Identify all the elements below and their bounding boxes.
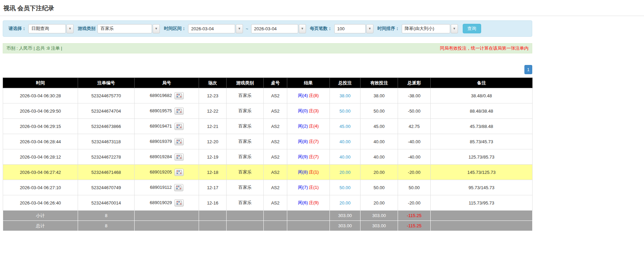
game-type-combobox[interactable]: 百家乐 ▼ [97,24,160,33]
column-header: 桌号 [264,78,287,88]
cell-table-number: AS2 [264,165,287,180]
cell-result: 闲(6)庄(9) [287,195,330,211]
sort-value[interactable]: 降幂(由大到小) [402,24,450,33]
roadmap-button[interactable] [174,92,184,99]
chevron-down-icon[interactable]: ▼ [299,24,306,33]
roadmap-icon [177,170,182,174]
chevron-down-icon[interactable]: ▼ [66,24,74,33]
cell-valid-bet: 40.00 [361,134,398,149]
cell-valid-bet: 20.00 [361,165,398,180]
table-body: 2026-03-04 06:30:28 523244675770 6890196… [3,88,533,211]
cell-round-number: 689019471 [135,119,199,134]
total-bet-link[interactable]: 20.00 [339,200,351,206]
cell-time: 2026-03-04 06:29:15 [3,119,78,134]
cell-total-bet: 20.00 [330,165,361,180]
page-button-1[interactable]: 1 [524,65,532,74]
cell-payout: -38.00 [398,88,431,103]
cell-valid-bet: 50.00 [361,103,398,119]
cell-time: 2026-03-04 06:30:28 [3,88,78,103]
cell-session: 12-22 [199,103,227,119]
total-bet-link[interactable]: 40.00 [339,154,351,160]
date-from-combobox[interactable]: 2026-03-04 ▼ [188,24,243,33]
round-number: 689019379 [150,138,172,144]
cell-game-type: 百家乐 [227,165,264,180]
content: 请选择： 日期查询 ▼ 游戏类别 百家乐 ▼ 时间区间： 2026-03-04 … [0,20,535,231]
cell-note: 45.73/88.48 [431,119,533,134]
cell-bet-number: 523244670749 [78,180,135,195]
summary-bar: 币别 : 人民币 | 总共 :8 注单 | 同局有效投注，统一计算在该局第一张注… [3,43,532,53]
query-type-combobox[interactable]: 日期查询 ▼ [28,24,74,33]
total-bet-link[interactable]: 20.00 [339,170,351,175]
total-bet-link[interactable]: 38.00 [339,93,351,98]
search-button[interactable]: 查询 [463,24,481,33]
date-to-value[interactable]: 2026-03-04 [251,24,298,33]
cell-bet-number: 523244675770 [78,88,135,103]
result-player: 闲(0) [298,108,308,113]
game-type-label: 游戏类别 [78,26,95,32]
column-header: 游戏类别 [227,78,264,88]
chevron-down-icon[interactable]: ▼ [451,24,458,33]
table-row: 2026-03-04 06:29:15 523244673866 6890194… [3,119,533,134]
cell-game-type: 百家乐 [227,88,264,103]
cell-table-number: AS2 [264,119,287,134]
cell-total-bet: 40.00 [330,149,361,165]
chevron-down-icon[interactable]: ▼ [153,24,160,33]
cell-payout: 50.00 [398,180,431,195]
total-label: 总计 [3,221,78,231]
cell-session: 12-20 [199,134,227,149]
roadmap-button[interactable] [174,169,184,176]
table-row: 2026-03-04 06:27:10 523244670749 6890191… [3,180,533,195]
total-bet-link[interactable]: 45.00 [339,124,351,129]
total-bet-link[interactable]: 40.00 [339,139,351,144]
chevron-down-icon[interactable]: ▼ [366,24,373,33]
chevron-down-icon[interactable]: ▼ [236,24,243,33]
page-size-label: 每页笔数： [310,26,332,32]
cell-round-number: 689019682 [135,88,199,103]
cell-round-number: 689019029 [135,195,199,211]
tilde-separator: ~ [245,26,249,31]
roadmap-button[interactable] [174,184,183,191]
column-header: 局号 [135,78,199,88]
cell-payout: -20.00 [398,195,431,211]
table-row: 2026-03-04 06:29:50 523244674704 6890195… [3,103,533,119]
roadmap-button[interactable] [174,153,184,161]
roadmap-button[interactable] [174,138,184,145]
round-number: 689019682 [150,93,172,98]
column-header: 总派彩 [398,78,431,88]
date-from-value[interactable]: 2026-03-04 [188,24,235,33]
cell-table-number: AS2 [264,88,287,103]
result-banker: 庄(4) [309,124,319,129]
cell-game-type: 百家乐 [227,195,264,211]
result-player: 闲(9) [298,154,308,159]
roadmap-button[interactable] [174,108,184,115]
total-bet-link[interactable]: 50.00 [339,109,351,114]
cell-note: 115.73/95.73 [431,195,533,211]
page-size-combobox[interactable]: 100 ▼ [334,24,373,33]
date-to-combobox[interactable]: 2026-03-04 ▼ [251,24,306,33]
valid-bet-notice: 同局有效投注，统一计算在该局第一张注单内 [440,45,528,51]
query-type-value[interactable]: 日期查询 [28,24,66,33]
roadmap-icon [177,155,182,159]
cell-result: 闲(0)庄(3) [287,103,330,119]
result-player: 闲(8) [298,169,308,175]
roadmap-icon [176,185,181,190]
cell-table-number: AS2 [264,103,287,119]
roadmap-icon [177,201,182,205]
subtotal-valid-bet: 303.00 [361,211,398,221]
page-size-value[interactable]: 100 [334,24,366,33]
sort-combobox[interactable]: 降幂(由大到小) ▼ [402,24,458,33]
roadmap-button[interactable] [174,123,184,130]
table-row: 2026-03-04 06:28:12 523244672278 6890192… [3,149,533,165]
cell-total-bet: 40.00 [330,134,361,149]
result-banker: 庄(1) [309,169,319,175]
cell-time: 2026-03-04 06:28:44 [3,134,78,149]
cell-table-number: AS2 [264,195,287,211]
roadmap-button[interactable] [174,199,184,207]
total-valid-bet: 303.00 [361,221,398,231]
cell-payout: -20.00 [398,165,431,180]
total-bet-link[interactable]: 50.00 [339,185,351,190]
bet-records-table: 时间注单编号局号场次游戏类别桌号结果总投注有效投注总派彩备注 2026-03-0… [3,78,533,231]
cell-bet-number: 523244673866 [78,119,135,134]
cell-bet-number: 523244670014 [78,195,135,211]
game-type-value[interactable]: 百家乐 [97,24,152,33]
